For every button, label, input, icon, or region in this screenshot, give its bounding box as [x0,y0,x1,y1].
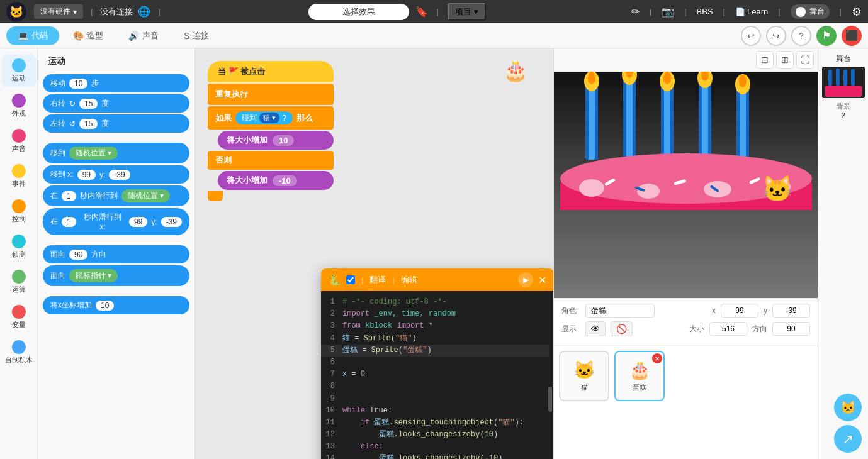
code-line-3: 3 from kblock import * [321,320,549,332]
learn-icon: 📄 [735,7,745,16]
learn-link[interactable]: 📄 Learn [735,7,768,16]
block-decrease-size[interactable]: 将大小增加 -10 [218,171,334,190]
svg-point-19 [739,75,747,87]
stage-toggle[interactable]: 舞台 [791,4,830,19]
block-goto-xy[interactable]: 移到 x: 99 y: -39 [43,165,189,184]
python-checkbox[interactable] [346,275,355,284]
sound-dot [12,129,26,143]
sprite-x-input[interactable] [721,304,758,318]
block-glide-xy[interactable]: 在 1 秒内滑行到 x: 99 y: -39 [43,208,189,235]
tab-costume[interactable]: 🎨 造型 [62,26,115,45]
expand-stage-button[interactable]: ⊞ [776,51,794,69]
looks-dot [12,94,26,108]
tab-connect[interactable]: S 连接 [172,26,220,45]
svg-point-3 [588,72,595,84]
block-if[interactable]: 如果 碰到 猫 ▾ ? 那么 [208,106,334,130]
sprite-cat[interactable]: 🐱 猫 [559,351,609,401]
add-backdrop-button[interactable]: ↗ [834,425,862,453]
globe-icon[interactable]: 🌐 [138,6,150,18]
svg-text:🐱: 🐱 [762,174,793,204]
code-line-1: 1 # -*- coding: utf-8 -*- [321,296,549,308]
scrollbar-dot[interactable] [548,387,552,412]
stage-canvas: 🐱 [554,72,818,298]
block-glide-random[interactable]: 在 1 秒内滑行到 随机位置 ▾ [43,185,189,206]
app-logo: 🐱 [6,2,26,22]
props-row-name: 角色 x y [561,304,810,318]
tab-sound[interactable]: 🔊 声音 [117,26,170,45]
cat-emoji: 🐱 [573,360,595,380]
block-point-toward[interactable]: 面向 鼠标指针 ▾ [43,265,189,286]
python-play-button[interactable]: ▶ [518,272,533,287]
python-close-button[interactable]: ✕ [538,274,546,286]
sidebar-item-sensing[interactable]: 侦测 [2,231,36,263]
sep-7: | [778,7,780,16]
fullscreen-button[interactable]: ⛶ [796,51,814,69]
svg-rect-35 [828,70,832,86]
mini-stage-thumbnail[interactable] [822,67,865,98]
right-controls: ✏ | 📷 | BBS | 📄 Learn | 舞台 | ⚙ [631,4,862,19]
svg-rect-9 [664,84,670,160]
block-when-flag[interactable]: 当 🚩 被点击 [208,61,334,82]
edit-label[interactable]: 编辑 [401,274,417,285]
sidebar: 运动 外观 声音 事件 控制 侦测 运算 变量 [0,48,38,459]
sidebar-item-motion[interactable]: 运动 [2,55,36,87]
block-move[interactable]: 移动 10 步 [43,74,189,92]
show-sprite-button[interactable]: 👁 [585,321,606,336]
block-turn-left[interactable]: 左转 ↺ 15 度 [43,114,189,133]
sprite-size-input[interactable] [709,322,747,336]
python-logo: 🐍 [329,274,341,286]
sprite-y-input[interactable] [772,304,810,318]
separator-2: | [158,7,160,16]
project-button[interactable]: 项目 ▾ [448,3,486,21]
add-sprite-button[interactable]: 🐱 [834,394,862,421]
python-code-editor[interactable]: 1 # -*- coding: utf-8 -*- 2 import _env,… [321,291,553,459]
svg-rect-1 [589,84,595,160]
hardware-button[interactable]: 没有硬件 ▾ [34,4,83,19]
green-flag-button[interactable]: ⚑ [816,26,837,46]
sidebar-item-looks[interactable]: 外观 [2,90,36,122]
sidebar-item-sound[interactable]: 声音 [2,125,36,157]
tabs-bar: 💻 代码 🎨 造型 🔊 声音 S 连接 ↩ ↪ ? ⚑ ⬛ [0,23,868,48]
sidebar-item-custom[interactable]: 自制积木 [2,336,36,368]
sprite-cake-delete-button[interactable]: ✕ [652,353,662,363]
sidebar-item-control[interactable]: 控制 [2,196,36,228]
svg-point-24 [637,184,660,199]
block-increase-size[interactable]: 将大小增加 10 [218,131,334,150]
sep-6: | [723,7,725,16]
bookmark-icon[interactable]: 🔖 [415,6,428,18]
stop-button[interactable]: ⬛ [842,26,862,46]
sidebar-item-operators[interactable]: 运算 [2,266,36,298]
motion-dot [12,58,26,72]
help-button[interactable]: ? [791,26,811,46]
sep-8: | [840,7,842,16]
block-else: 否则 [208,151,334,170]
svg-rect-36 [836,69,840,86]
tab-code[interactable]: 💻 代码 [6,26,59,45]
cake-emoji: 🎂 [629,360,651,380]
python-panel: 🐍 | 翻译 | 编辑 ▶ ✕ 1 # -*- coding: utf-8 -*… [321,268,553,459]
code-line-14: 14 蛋糕.looks_changesizeby(-10) [321,453,549,459]
camera-icon[interactable]: 📷 [662,6,674,18]
hide-sprite-button[interactable]: 🚫 [611,321,633,336]
sidebar-item-events[interactable]: 事件 [2,160,36,192]
sep-5: | [684,7,686,16]
settings-icon[interactable]: ⚙ [852,5,862,19]
block-goto-random[interactable]: 移到 随机位置 ▾ [43,143,189,163]
block-turn-right[interactable]: 右转 ↻ 15 度 [43,94,189,113]
effect-selector[interactable]: 选择效果 [308,4,409,20]
sprite-dir-input[interactable] [772,322,810,336]
bottom-controls: 🐱 ↗ [834,394,862,453]
block-repeat[interactable]: 重复执行 [208,84,334,105]
costume-tab-icon: 🎨 [73,31,84,41]
bbs-link[interactable]: BBS [697,7,713,16]
block-change-x[interactable]: 将x坐标增加 10 [43,296,189,314]
sprite-name-input[interactable] [585,304,655,318]
shrink-stage-button[interactable]: ⊟ [756,51,774,69]
undo-button[interactable]: ↩ [741,26,761,46]
block-point-dir[interactable]: 面向 90 方向 [43,245,189,263]
svg-rect-38 [851,69,855,86]
sidebar-item-variables[interactable]: 变量 [2,301,36,333]
redo-button[interactable]: ↪ [766,26,786,46]
sprite-cake[interactable]: ✕ 🎂 蛋糕 [614,351,665,401]
pencil-icon[interactable]: ✏ [631,6,640,18]
